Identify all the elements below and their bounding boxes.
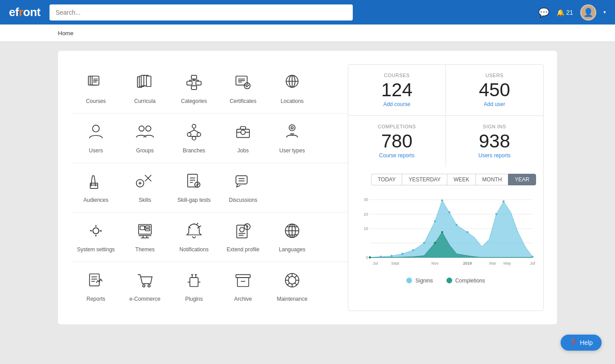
svg-text:Sept: Sept — [391, 261, 400, 266]
nav-skill-gap-tests[interactable]: Skill-gap tests — [169, 168, 219, 208]
nav-categories[interactable]: Categories — [169, 69, 219, 109]
tab-today[interactable]: TODAY — [371, 174, 402, 185]
add-course-link[interactable]: Add course — [357, 101, 437, 107]
avatar-caret[interactable]: ▾ — [603, 9, 606, 15]
nav-audiences[interactable]: Audiences — [71, 168, 120, 208]
help-button[interactable]: ❓ Help — [561, 335, 602, 351]
nav-certificates[interactable]: Certificates — [219, 69, 268, 109]
discussions-icon — [234, 172, 252, 193]
nav-ecommerce[interactable]: e-Commerce — [120, 266, 169, 307]
svg-point-42 — [241, 130, 245, 135]
nav-courses[interactable]: Courses — [71, 69, 120, 109]
stat-signins: SIGN INS 938 Users reports — [446, 116, 544, 167]
nav-branches[interactable]: Branches — [169, 118, 219, 158]
skills-label: Skills — [139, 197, 151, 203]
users-icon — [87, 123, 105, 144]
stat-completions: COMPLETIONS 780 Course reports — [348, 116, 446, 167]
tab-week[interactable]: WEEK — [447, 174, 476, 185]
svg-rect-61 — [236, 176, 247, 184]
svg-point-65 — [91, 225, 101, 236]
themes-label: Themes — [135, 246, 154, 253]
branches-icon — [185, 123, 203, 144]
nav-reports[interactable]: Reports — [71, 266, 120, 307]
stats-grid: COURSES 124 Add course USERS 450 Add use… — [348, 65, 543, 167]
nav-languages[interactable]: Languages — [268, 217, 317, 257]
svg-point-143 — [531, 256, 533, 258]
nav-locations[interactable]: Locations — [268, 69, 317, 109]
skill-gap-tests-icon — [185, 172, 203, 193]
plugins-label: Plugins — [185, 296, 202, 302]
nav-discussions[interactable]: Discussions — [219, 168, 268, 208]
notifications-bell[interactable]: 🔔 21 — [557, 9, 573, 16]
svg-point-131 — [380, 256, 382, 258]
main-content: Courses Curricula — [0, 42, 615, 333]
courses-label: Courses — [86, 98, 106, 104]
nav-skills[interactable]: Skills — [120, 168, 169, 208]
stat-courses: COURSES 124 Add course — [348, 65, 446, 116]
svg-rect-94 — [190, 278, 198, 286]
svg-point-144 — [369, 257, 371, 259]
categories-icon — [185, 73, 203, 94]
system-settings-icon — [87, 221, 105, 243]
avatar[interactable]: 👤 — [580, 4, 596, 20]
svg-point-29 — [92, 125, 99, 132]
svg-text:Mar: Mar — [489, 261, 496, 266]
svg-text:May: May — [504, 261, 511, 266]
curricula-label: Curricula — [134, 98, 156, 104]
completions-stat-value: 780 — [357, 131, 437, 151]
themes-icon — [136, 221, 154, 243]
search-input[interactable] — [50, 4, 353, 20]
nav-user-types[interactable]: User types — [268, 118, 317, 158]
svg-point-32 — [192, 124, 196, 128]
courses-stat-label: COURSES — [357, 73, 437, 78]
add-user-link[interactable]: Add user — [455, 101, 535, 107]
nav-maintenance[interactable]: Maintenance — [268, 266, 317, 307]
groups-icon — [136, 123, 154, 144]
svg-point-141 — [495, 213, 497, 216]
tab-yesterday[interactable]: YESTERDAY — [402, 174, 447, 185]
nav-plugins[interactable]: Plugins — [169, 266, 219, 307]
nav-system-settings[interactable]: System settings — [71, 217, 120, 257]
completions-stat-label: COMPLETIONS — [357, 124, 437, 129]
nav-jobs[interactable]: Jobs — [219, 118, 268, 158]
nav-archive[interactable]: Archive — [219, 266, 268, 307]
svg-rect-11 — [191, 75, 197, 79]
extend-profile-label: Extend profile — [227, 246, 259, 253]
skills-icon — [136, 172, 154, 193]
svg-rect-68 — [140, 226, 144, 229]
svg-line-111 — [295, 283, 297, 285]
icon-row-4: System settings — [71, 213, 348, 262]
stat-users: USERS 450 Add user — [446, 65, 544, 116]
completions-legend-dot — [446, 278, 452, 283]
nav-notifications[interactable]: Notifications — [169, 217, 219, 257]
chart-legend: Signins Completions — [355, 278, 536, 284]
skill-gap-tests-label: Skill-gap tests — [177, 197, 211, 203]
svg-rect-102 — [237, 278, 248, 286]
svg-point-137 — [441, 200, 443, 202]
tab-year[interactable]: YEAR — [508, 174, 536, 185]
chart-area: TODAY YESTERDAY WEEK MONTH YEAR — [348, 167, 543, 288]
help-icon: ❓ — [570, 339, 577, 346]
course-reports-link[interactable]: Course reports — [357, 152, 437, 159]
nav-themes[interactable]: Themes — [120, 217, 169, 257]
svg-rect-18 — [191, 86, 197, 90]
svg-point-139 — [455, 224, 458, 226]
signins-legend-dot — [406, 278, 412, 283]
svg-point-135 — [423, 242, 425, 244]
svg-rect-10 — [146, 76, 151, 87]
archive-icon — [234, 271, 252, 292]
svg-text:30: 30 — [363, 198, 368, 202]
nav-groups[interactable]: Groups — [120, 118, 169, 158]
chat-icon[interactable]: 💬 — [538, 7, 549, 18]
chart-svg: 30 20 10 0 Jul Sept Nov 2019 Mar — [355, 192, 536, 272]
notifications-count: 21 — [566, 9, 573, 16]
users-stat-label: USERS — [455, 73, 535, 78]
nav-users[interactable]: Users — [71, 118, 120, 158]
curricula-icon — [136, 73, 154, 94]
tab-month[interactable]: MONTH — [475, 174, 508, 185]
nav-extend-profile[interactable]: Extend profile — [219, 217, 268, 257]
users-reports-link[interactable]: Users reports — [455, 152, 535, 159]
svg-point-132 — [391, 255, 393, 257]
svg-point-92 — [143, 285, 145, 287]
nav-curricula[interactable]: Curricula — [120, 69, 169, 109]
